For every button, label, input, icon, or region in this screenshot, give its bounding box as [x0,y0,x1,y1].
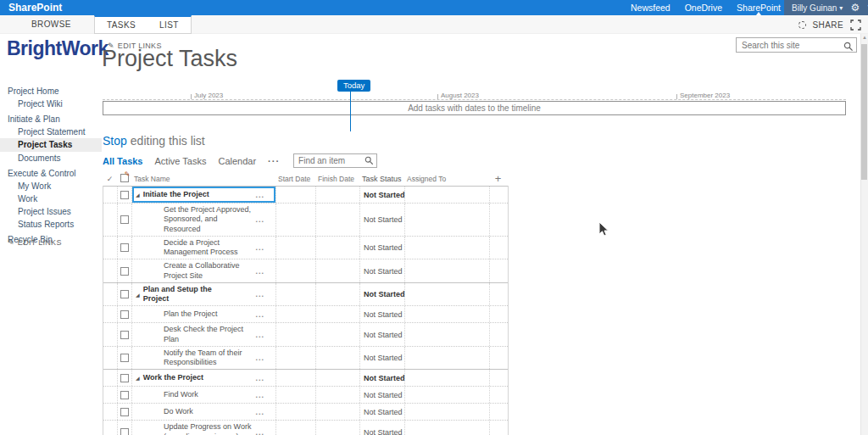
row-checkbox[interactable] [120,290,129,298]
finish-date-cell[interactable] [316,259,360,282]
sharepoint-brand[interactable]: SharePoint [8,0,62,15]
select-all-icon[interactable]: ✓ [103,175,117,183]
task-status[interactable]: Not Started [360,404,405,420]
column-task-name[interactable]: Task Name [131,173,275,185]
task-ellipsis-menu[interactable]: ... [255,215,264,224]
assigned-to-cell[interactable] [405,187,490,203]
gear-icon[interactable]: ⚙ [850,3,860,13]
nav-sharepoint[interactable]: SharePoint [737,0,781,15]
task-ellipsis-menu[interactable]: ... [255,290,264,298]
start-date-cell[interactable] [276,204,316,236]
finish-date-cell[interactable] [316,237,360,259]
tab-browse[interactable]: BROWSE [31,15,71,34]
sidebar-item-execute-control[interactable]: Execute & Control [0,167,102,180]
view-active-tasks[interactable]: Active Tasks [155,156,207,166]
row-checkbox[interactable] [120,243,129,252]
row-checkbox[interactable] [120,408,129,416]
sidebar-item-documents[interactable]: Documents [0,152,102,165]
start-date-cell[interactable] [276,404,316,420]
finish-date-cell[interactable] [316,306,360,322]
edit-links-sidebar[interactable]: ✎EDIT LINKS [8,238,62,247]
assigned-to-cell[interactable] [405,306,490,322]
task-ellipsis-menu[interactable]: ... [255,391,264,399]
row-checkbox[interactable] [120,191,129,199]
nav-onedrive[interactable]: OneDrive [685,0,722,15]
assigned-to-cell[interactable] [405,323,490,346]
start-date-cell[interactable] [276,237,316,259]
assigned-to-cell[interactable] [405,283,490,306]
start-date-cell[interactable] [276,370,316,386]
row-checkbox[interactable] [120,310,129,319]
row-checkbox[interactable] [120,354,129,362]
scrollbar-thumb[interactable] [861,44,867,180]
tab-list[interactable]: LIST [147,17,191,33]
share-button[interactable]: SHARE [813,20,843,30]
sidebar-item-work[interactable]: Work [0,192,102,205]
edit-column-icon[interactable]: ✎ [117,174,131,184]
task-name[interactable]: Notify the Team of their Responsibilitie… [164,349,255,368]
task-name[interactable]: Do Work [164,407,193,416]
task-ellipsis-menu[interactable]: ... [255,191,264,199]
finish-date-cell[interactable] [316,204,360,236]
search-icon[interactable] [364,156,374,167]
group-collapse-icon[interactable]: ◢ [136,192,140,198]
row-checkbox[interactable] [120,428,129,435]
task-name[interactable]: Desk Check the Project Plan [164,325,255,344]
task-ellipsis-menu[interactable]: ... [255,243,264,252]
user-menu[interactable]: Billy Guinan [792,3,837,13]
site-search-input[interactable] [737,38,842,52]
task-name[interactable]: Plan the Project [164,310,218,319]
task-status[interactable]: Not Started [360,306,405,322]
task-ellipsis-menu[interactable]: ... [255,374,264,382]
start-date-cell[interactable] [276,387,316,403]
finish-date-cell[interactable] [316,347,360,370]
finish-date-cell[interactable] [316,283,360,306]
stop-editing-link[interactable]: Stop [103,134,127,148]
add-column-button[interactable]: + [489,172,507,185]
row-checkbox[interactable] [120,267,129,276]
start-date-cell[interactable] [276,259,316,282]
group-collapse-icon[interactable]: ◢ [136,292,140,298]
task-name[interactable]: Create a Collaborative Project Site [164,261,255,281]
finish-date-cell[interactable] [316,387,360,403]
view-calendar[interactable]: Calendar [218,156,256,166]
brightwork-logo[interactable]: BrightWork [7,37,108,60]
assigned-to-cell[interactable] [405,237,490,259]
sidebar-item-my-work[interactable]: My Work [0,180,102,192]
column-assigned-to[interactable]: Assigned To [404,175,489,183]
task-name[interactable]: Initiate the Project [143,190,209,199]
task-name[interactable]: Work the Project [143,373,203,382]
sidebar-item-status-reports[interactable]: Status Reports [0,218,102,231]
assigned-to-cell[interactable] [405,387,490,403]
task-ellipsis-menu[interactable]: ... [255,310,264,319]
sidebar-item-project-issues[interactable]: Project Issues [0,205,102,218]
chevron-down-icon[interactable]: ▾ [839,4,843,12]
row-checkbox[interactable] [120,331,129,339]
more-views-icon[interactable]: ··· [268,156,280,166]
task-status[interactable]: Not Started [360,283,405,306]
start-date-cell[interactable] [276,283,316,306]
task-status[interactable]: Not Started [360,347,405,370]
task-name[interactable]: Get the Project Approved, Sponsored, and… [164,205,255,234]
search-icon[interactable] [843,40,854,55]
task-status[interactable]: Not Started [360,204,405,236]
assigned-to-cell[interactable] [405,404,490,420]
focus-on-content-icon[interactable] [850,20,861,31]
finish-date-cell[interactable] [316,187,360,203]
finish-date-cell[interactable] [316,404,360,420]
task-status[interactable]: Not Started [360,187,405,203]
scroll-up-icon[interactable]: ▲ [861,35,868,40]
task-ellipsis-menu[interactable]: ... [255,267,264,276]
start-date-cell[interactable] [276,347,316,370]
start-date-cell[interactable] [276,187,316,203]
start-date-cell[interactable] [276,421,316,435]
start-date-cell[interactable] [276,323,316,346]
task-status[interactable]: Not Started [360,259,405,282]
column-start-date[interactable]: Start Date [275,175,315,183]
assigned-to-cell[interactable] [405,370,490,386]
task-name[interactable]: Decide a Project Management Process [164,238,255,258]
assigned-to-cell[interactable] [405,204,490,236]
sidebar-item-project-home[interactable]: Project Home [0,85,102,98]
view-all-tasks[interactable]: All Tasks [103,156,143,166]
assigned-to-cell[interactable] [405,421,490,435]
